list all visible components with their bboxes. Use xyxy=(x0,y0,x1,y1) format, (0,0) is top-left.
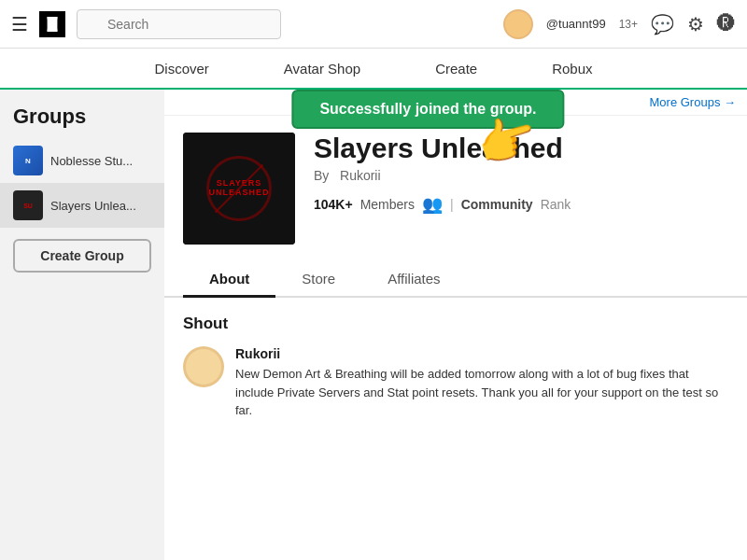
svg-rect-2 xyxy=(48,16,58,31)
content-area: More Groups → SLAYERSUNLEASHED Slayers U… xyxy=(164,90,747,560)
group-header: SLAYERSUNLEASHED Slayers Unleashed By Ru… xyxy=(164,116,747,261)
rank-label: Rank xyxy=(541,197,571,212)
hamburger-menu-icon[interactable]: ☰ xyxy=(11,13,28,35)
stats-divider: | xyxy=(450,197,454,212)
username-label: @tuannt99 xyxy=(546,17,606,31)
shout-content: Rukorii New Demon Art & Breathing will b… xyxy=(235,346,728,420)
main-layout: Groups N Noblesse Stu... SU Slayers Unle… xyxy=(0,90,747,560)
sidebar-title: Groups xyxy=(0,99,164,138)
avatar xyxy=(503,9,533,39)
chat-icon[interactable]: 💬 xyxy=(651,13,674,35)
rank-value: Community xyxy=(461,197,533,212)
nav-create[interactable]: Create xyxy=(435,61,477,77)
tab-affiliates[interactable]: Affiliates xyxy=(361,261,466,296)
by-label: By xyxy=(314,168,329,183)
slayers-thumb: SU xyxy=(13,190,43,220)
nav-discover[interactable]: Discover xyxy=(154,61,208,77)
group-name: Slayers Unleashed xyxy=(314,133,728,164)
roblox-logo xyxy=(39,11,65,37)
search-wrapper: 🔍 xyxy=(77,9,281,39)
shout-entry: Rukorii New Demon Art & Breathing will b… xyxy=(183,346,728,420)
search-input[interactable] xyxy=(77,9,281,39)
members-count: 104K+ xyxy=(314,197,353,212)
sidebar-item-slayers[interactable]: SU Slayers Unlea... xyxy=(0,183,164,228)
noblesse-name: Noblesse Stu... xyxy=(50,154,133,168)
shout-author[interactable]: Rukorii xyxy=(235,346,728,361)
group-stats: 104K+ Members 👥 | Community Rank xyxy=(314,194,728,215)
group-logo: SLAYERSUNLEASHED xyxy=(183,133,295,245)
group-info: Slayers Unleashed By Rukorii 104K+ Membe… xyxy=(314,133,728,215)
create-group-button[interactable]: Create Group xyxy=(13,239,151,273)
shout-text: New Demon Art & Breathing will be added … xyxy=(235,365,728,420)
nav-avatar-shop[interactable]: Avatar Shop xyxy=(284,61,360,77)
groups-sidebar: Groups N Noblesse Stu... SU Slayers Unle… xyxy=(0,90,164,560)
nav-robux[interactable]: Robux xyxy=(552,61,592,77)
group-by-line: By Rukorii xyxy=(314,168,728,183)
tabs-bar: About Store Affiliates xyxy=(164,261,747,298)
top-navigation: ☰ 🔍 @tuannt99 13+ 💬 ⚙ 🅡 xyxy=(0,0,747,49)
robux-icon[interactable]: 🅡 xyxy=(717,13,736,35)
group-creator[interactable]: Rukorii xyxy=(340,168,381,183)
shout-section: Shout Rukorii New Demon Art & Breathing … xyxy=(164,298,747,437)
sidebar-item-noblesse[interactable]: N Noblesse Stu... xyxy=(0,138,164,183)
age-badge: 13+ xyxy=(619,18,638,31)
more-groups-link[interactable]: More Groups → xyxy=(650,95,736,109)
shout-title: Shout xyxy=(183,315,728,333)
settings-icon[interactable]: ⚙ xyxy=(687,13,704,35)
secondary-navigation: Discover Avatar Shop Create Robux xyxy=(0,49,747,90)
slayers-name: Slayers Unlea... xyxy=(50,199,136,213)
shout-avatar xyxy=(183,346,224,387)
nav-right-section: @tuannt99 13+ 💬 ⚙ 🅡 xyxy=(503,9,736,39)
noblesse-thumb: N xyxy=(13,146,43,175)
members-label: Members xyxy=(360,197,415,212)
tab-store[interactable]: Store xyxy=(275,261,361,296)
success-banner: Successfully joined the group. xyxy=(291,90,564,129)
members-icon: 👥 xyxy=(422,194,443,215)
tab-about[interactable]: About xyxy=(183,261,275,296)
